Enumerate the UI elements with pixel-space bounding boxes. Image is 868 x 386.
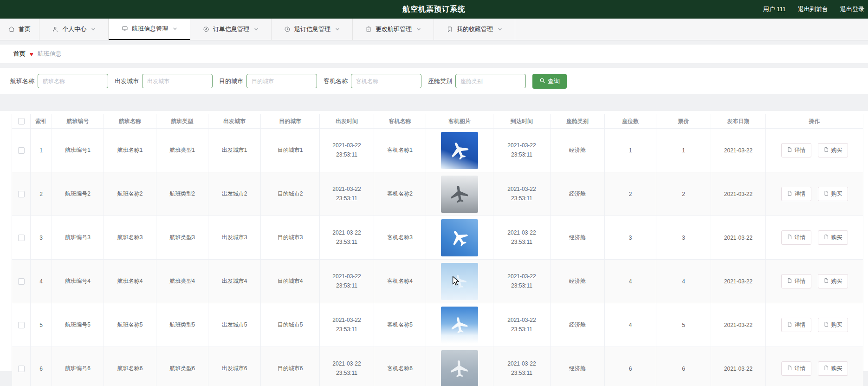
breadcrumb-home-link[interactable]: 首页 — [13, 50, 26, 58]
document-icon — [787, 234, 792, 241]
search-field-label: 航班名称 — [10, 77, 34, 85]
cell-publish_date: 2021-03-22 — [711, 172, 766, 216]
app-header: 航空机票预订系统 用户 111 退出到前台 退出登录 — [0, 0, 868, 19]
column-header: 索引 — [31, 114, 52, 129]
to_city-input[interactable] — [246, 74, 317, 88]
cell-to_city: 目的城市4 — [261, 260, 320, 303]
detail-button[interactable]: 详情 — [781, 143, 811, 157]
column-header: 航班名称 — [104, 114, 156, 129]
plane-photo — [441, 350, 478, 386]
cell-publish_date: 2021-03-22 — [711, 347, 766, 386]
cell-depart_time: 2021-03-22 23:53:11 — [320, 347, 374, 386]
cell-cabin: 经济舱 — [551, 303, 605, 347]
cell-to_city: 目的城市6 — [261, 347, 320, 386]
flight_name-input[interactable] — [38, 74, 108, 88]
search-field-from_city: 出发城市 — [115, 74, 213, 88]
cell-index: 2 — [31, 172, 52, 216]
detail-button[interactable]: 详情 — [781, 230, 811, 245]
nav-item-flight-info[interactable]: 航班信息管理 — [109, 19, 190, 40]
cell-cabin: 经济舱 — [551, 347, 605, 386]
select-all-checkbox[interactable] — [18, 118, 25, 124]
plane-photo — [441, 176, 478, 213]
row-select-cell — [12, 216, 31, 260]
buy-button[interactable]: 购买 — [818, 143, 848, 157]
actions-cell: 详情购买 — [766, 172, 863, 216]
search-form: 航班名称出发城市目的城市客机名称座舱类别 查询 — [0, 68, 868, 94]
cell-index: 5 — [31, 303, 52, 347]
detail-button[interactable]: 详情 — [781, 318, 811, 332]
chevron-down-icon — [91, 27, 96, 32]
cell-index: 4 — [31, 260, 52, 303]
row-checkbox[interactable] — [18, 366, 25, 372]
plane_name-input[interactable] — [351, 74, 421, 88]
nav-item-home[interactable]: 首页 — [0, 19, 39, 40]
from_city-input[interactable] — [142, 74, 213, 88]
row-checkbox[interactable] — [18, 147, 25, 154]
cell-flight_name: 航班名称6 — [104, 347, 156, 386]
column-header: 航班编号 — [52, 114, 104, 129]
cell-flight_no: 航班编号6 — [52, 347, 104, 386]
detail-button[interactable]: 详情 — [781, 274, 811, 288]
action-button-label: 购买 — [831, 234, 842, 242]
table-body: 1航班编号1航班名称1航班类型1出发城市1目的城市12021-03-22 23:… — [12, 129, 863, 386]
cell-seats: 3 — [605, 216, 656, 260]
document-icon — [823, 365, 829, 372]
cell-index: 3 — [31, 216, 52, 260]
bookmark-icon — [447, 26, 453, 33]
cell-flight_name: 航班名称5 — [104, 303, 156, 347]
row-checkbox[interactable] — [18, 278, 25, 285]
logout-to-front-link[interactable]: 退出到前台 — [798, 5, 828, 13]
cell-flight_no: 航班编号3 — [52, 216, 104, 260]
chevron-down-icon — [335, 27, 340, 32]
nav-item-order-info[interactable]: 订单信息管理 — [190, 19, 272, 40]
cell-flight_name: 航班名称4 — [104, 260, 156, 303]
cabin_class-input[interactable] — [455, 74, 526, 88]
row-checkbox[interactable] — [18, 235, 25, 241]
user-icon — [52, 26, 58, 33]
detail-button[interactable]: 详情 — [781, 187, 811, 201]
search-field-label: 目的城市 — [219, 77, 243, 85]
cell-cabin: 经济舱 — [551, 216, 605, 260]
cell-depart_time: 2021-03-22 23:53:11 — [320, 216, 374, 260]
column-header: 操作 — [766, 114, 863, 129]
table-row: 5航班编号5航班名称5航班类型5出发城市5目的城市52021-03-22 23:… — [12, 303, 863, 347]
document-icon — [787, 147, 792, 154]
row-checkbox[interactable] — [18, 322, 25, 328]
action-button-label: 购买 — [831, 190, 842, 198]
logout-link[interactable]: 退出登录 — [840, 5, 864, 13]
detail-button[interactable]: 详情 — [781, 361, 811, 376]
row-select-cell — [12, 172, 31, 216]
nav-item-label: 个人中心 — [62, 25, 86, 33]
cell-from_city: 出发城市5 — [208, 303, 261, 347]
plane-photo — [441, 263, 478, 300]
buy-button[interactable]: 购买 — [818, 230, 848, 245]
buy-button[interactable]: 购买 — [818, 187, 848, 201]
cell-cabin: 经济舱 — [551, 172, 605, 216]
nav-item-label: 我的收藏管理 — [457, 25, 493, 33]
nav-item-label: 首页 — [19, 25, 31, 33]
query-button[interactable]: 查询 — [532, 74, 567, 89]
column-header: 出发城市 — [208, 114, 261, 129]
cell-plane_name: 客机名称4 — [374, 260, 426, 303]
actions-cell: 详情购买 — [766, 260, 863, 303]
nav-item-profile[interactable]: 个人中心 — [39, 19, 109, 40]
cell-arrive_time: 2021-03-22 23:53:11 — [493, 216, 551, 260]
cell-flight_no: 航班编号5 — [52, 303, 104, 347]
nav-item-label: 退订信息管理 — [294, 25, 330, 33]
user-label[interactable]: 用户 111 — [763, 5, 786, 13]
search-field-label: 出发城市 — [115, 77, 139, 85]
table-row: 6航班编号6航班名称6航班类型6出发城市6目的城市62021-03-22 23:… — [12, 347, 863, 386]
buy-button[interactable]: 购买 — [818, 274, 848, 288]
chevron-down-icon — [173, 26, 177, 31]
table-row: 1航班编号1航班名称1航班类型1出发城市1目的城市12021-03-22 23:… — [12, 129, 863, 172]
cell-photo — [426, 260, 493, 303]
nav-item-refund-info[interactable]: 退订信息管理 — [272, 19, 353, 40]
buy-button[interactable]: 购买 — [818, 361, 848, 376]
row-checkbox[interactable] — [18, 191, 25, 197]
cell-price: 6 — [656, 347, 711, 386]
cell-index: 6 — [31, 347, 52, 386]
buy-button[interactable]: 购买 — [818, 318, 848, 332]
nav-item-change-flight[interactable]: 更改航班管理 — [353, 19, 434, 40]
flight-table: 索引航班编号航班名称航班类型出发城市目的城市出发时间客机名称客机图片到达时间座舱… — [12, 114, 863, 386]
nav-item-favorites[interactable]: 我的收藏管理 — [434, 19, 515, 40]
